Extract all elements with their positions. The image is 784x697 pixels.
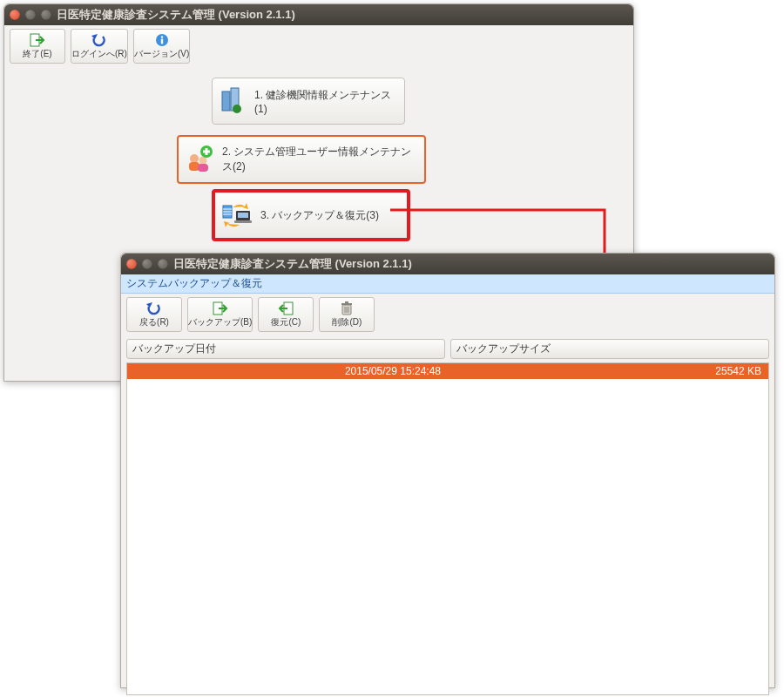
back-button[interactable]: 戻る(R) bbox=[126, 297, 182, 332]
exit-button[interactable]: 終了(E) bbox=[10, 29, 65, 64]
backup-window-title: 日医特定健康診査システム管理 (Version 2.1.1) bbox=[173, 256, 412, 272]
version-label: バージョン(V) bbox=[134, 48, 189, 60]
delete-label: 削除(D) bbox=[332, 316, 362, 328]
window-maximize-icon[interactable] bbox=[158, 259, 168, 269]
login-button[interactable]: ログインへ(R) bbox=[71, 29, 128, 64]
restore-label: 復元(C) bbox=[271, 316, 301, 328]
window-minimize-icon[interactable] bbox=[142, 259, 152, 269]
menu-item-user-maintenance[interactable]: 2. システム管理ユーザー情報メンテナンス(2) bbox=[177, 135, 426, 184]
svg-point-6 bbox=[233, 105, 241, 113]
svg-point-2 bbox=[160, 36, 162, 37]
window-close-icon[interactable] bbox=[126, 259, 137, 269]
svg-rect-24 bbox=[341, 303, 352, 305]
backup-list: 2015/05/29 15:24:48 25542 KB bbox=[126, 362, 769, 695]
backup-label: バックアップ(B) bbox=[188, 316, 252, 328]
svg-rect-4 bbox=[222, 91, 230, 111]
main-titlebar: 日医特定健康診査システム管理 (Version 2.1.1) bbox=[4, 4, 633, 25]
main-window-title: 日医特定健康診査システム管理 (Version 2.1.1) bbox=[57, 7, 295, 23]
trash-icon bbox=[341, 301, 353, 316]
back-label: 戻る(R) bbox=[139, 316, 169, 328]
main-menu-area: 1. 健診機関情報メンテナンス(1) 2. システム管理ユーザー情報メンテナンス… bbox=[4, 67, 633, 259]
backup-toolbar: 戻る(R) バックアップ(B) 復元(C) 削除(D) bbox=[121, 294, 774, 335]
menu-item-org-maintenance[interactable]: 1. 健診機関情報メンテナンス(1) bbox=[212, 78, 405, 125]
users-add-icon bbox=[184, 145, 215, 174]
row-size-cell: 25542 KB bbox=[448, 365, 768, 377]
restore-button[interactable]: 復元(C) bbox=[258, 297, 314, 332]
menu-item-3-label: 3. バックアップ＆復元(3) bbox=[260, 208, 379, 223]
svg-rect-25 bbox=[345, 301, 348, 303]
menu-item-backup-restore[interactable]: 3. バックアップ＆復元(3) bbox=[212, 189, 410, 241]
version-button[interactable]: バージョン(V) bbox=[133, 29, 190, 64]
breadcrumb: システムバックアップ＆復元 bbox=[121, 274, 774, 294]
svg-rect-20 bbox=[234, 220, 252, 223]
menu-item-1-label: 1. 健診機関情報メンテナンス(1) bbox=[254, 88, 392, 115]
delete-button[interactable]: 削除(D) bbox=[319, 297, 375, 332]
svg-rect-13 bbox=[206, 148, 208, 155]
svg-rect-10 bbox=[198, 164, 208, 172]
column-header-size[interactable]: バックアップサイズ bbox=[450, 339, 769, 359]
import-left-icon bbox=[278, 301, 294, 316]
menu-item-2-label: 2. システム管理ユーザー情報メンテナンス(2) bbox=[222, 145, 412, 174]
undo-icon bbox=[91, 32, 108, 48]
svg-rect-3 bbox=[160, 39, 162, 44]
backup-button[interactable]: バックアップ(B) bbox=[187, 297, 253, 332]
backup-window: 日医特定健康診査システム管理 (Version 2.1.1) システムバックアッ… bbox=[120, 253, 775, 688]
undo-icon bbox=[145, 301, 163, 316]
login-label: ログインへ(R) bbox=[71, 48, 127, 60]
window-maximize-icon[interactable] bbox=[41, 10, 51, 20]
exit-label: 終了(E) bbox=[23, 48, 51, 60]
table-row[interactable]: 2015/05/29 15:24:48 25542 KB bbox=[127, 363, 768, 379]
backup-restore-icon bbox=[220, 200, 253, 230]
window-close-icon[interactable] bbox=[10, 10, 20, 20]
exit-icon bbox=[30, 32, 45, 48]
svg-point-7 bbox=[190, 154, 199, 163]
window-minimize-icon[interactable] bbox=[25, 10, 36, 20]
backup-titlebar: 日医特定健康診査システム管理 (Version 2.1.1) bbox=[121, 254, 774, 274]
main-toolbar: 終了(E) ログインへ(R) バージョン(V) bbox=[4, 25, 633, 67]
row-date-cell: 2015/05/29 15:24:48 bbox=[127, 365, 448, 377]
export-right-icon bbox=[213, 301, 228, 316]
svg-rect-19 bbox=[238, 213, 248, 218]
info-icon bbox=[155, 32, 169, 48]
column-headers: バックアップ日付 バックアップサイズ bbox=[121, 335, 774, 359]
buildings-icon bbox=[218, 86, 247, 116]
column-header-date[interactable]: バックアップ日付 bbox=[126, 339, 445, 359]
